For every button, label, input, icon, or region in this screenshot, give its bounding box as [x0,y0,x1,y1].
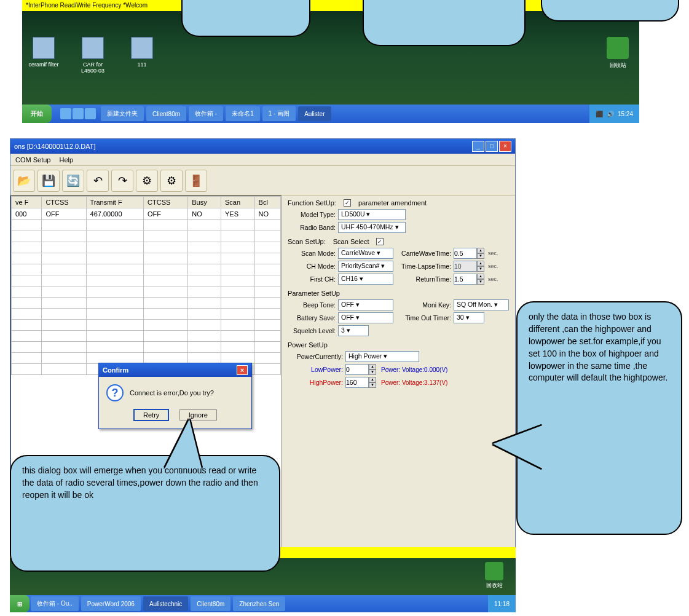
undo-button[interactable]: ↶ [87,170,109,192]
minimize-button[interactable]: _ [472,141,484,152]
taskbar-item[interactable]: 收件箱 - Ou.. [31,596,79,611]
ql-icon[interactable] [60,108,71,119]
system-tray[interactable]: 11:18 [488,595,516,612]
annotation-callout [363,0,526,46]
dialog-close-button[interactable]: × [237,365,248,375]
timeout-timer-select[interactable]: 30 ▾ [454,312,484,323]
file-icon [82,37,104,59]
squelch-level-select[interactable]: 3 ▾ [338,325,369,336]
window-title: ons [D:\1400001\12.0.DAT] [14,143,96,150]
exit-button[interactable]: 🚪 [185,170,207,192]
taskbar-item[interactable]: Client80m [146,106,186,121]
status-left: *InterPhone Read/Write Frequency *Welcom [26,2,148,9]
moni-key-select[interactable]: SQ Off Mon. ▾ [454,299,509,310]
section-title: Scan SetUp: [288,238,326,245]
menu-item[interactable]: COM Setup [15,156,50,164]
battery-save-select[interactable]: OFF ▾ [338,312,393,323]
ql-icon[interactable] [73,108,84,119]
maximize-button[interactable]: □ [486,141,498,152]
taskbar-bottom: ⊞ 收件箱 - Ou.. PowerWord 2006 Aulistechnic… [10,595,516,612]
taskbar-item[interactable]: Zhenzhen Sen [233,596,285,611]
carriewave-time-input[interactable] [454,248,477,259]
return-time-input[interactable] [454,274,477,285]
table-row[interactable]: 000 OFF 467.00000 OFF NO YES NO [12,208,281,220]
param-amend-checkbox[interactable]: ✓ [344,199,351,207]
power-currently-select[interactable]: High Power ▾ [345,351,419,362]
tray-clock: 15:24 [618,111,633,117]
desktop-icon[interactable]: ceramif filter [28,37,59,74]
recycle-bin[interactable]: 回收站 [481,562,507,590]
start-button[interactable]: ⊞ [10,595,30,612]
taskbar-item[interactable]: 未命名1 [226,106,260,121]
save-button[interactable]: 💾 [37,170,60,192]
section-title: Function SetUp: [288,199,336,207]
settings-pane: Function SetUp: ✓ parameter amendment Mo… [282,195,515,586]
col-header[interactable]: CTCSS [144,197,188,208]
spinner[interactable]: ▲▼ [477,274,484,285]
tray-icon[interactable]: 🔊 [607,111,614,117]
close-button[interactable]: × [499,141,511,152]
ql-icon[interactable] [85,108,96,119]
folder-open-icon: 📂 [17,174,31,188]
annotation-callout [541,0,679,22]
spinner[interactable]: ▲▼ [369,377,376,388]
scan-select-label: Scan Select [333,238,369,245]
scan-mode-select[interactable]: CarrieWave ▾ [338,248,393,259]
col-header[interactable]: ve F [12,197,42,208]
ch-mode-select[interactable]: PriorityScan# ▾ [338,261,393,272]
tray-icon[interactable]: ⬛ [596,111,603,117]
dialog-title: Confirm [103,366,128,374]
taskbar-item[interactable]: Client80m [191,596,230,611]
open-button[interactable]: 📂 [13,170,35,192]
lowpower-input[interactable] [345,364,369,375]
question-icon: ? [106,384,124,401]
beep-tone-select[interactable]: OFF ▾ [338,299,393,310]
titlebar[interactable]: ons [D:\1400001\12.0.DAT] _ □ × [10,139,515,154]
timelapse-time-input[interactable] [454,261,477,272]
menu-item[interactable]: Help [59,156,73,164]
spinner[interactable]: ▲▼ [477,248,484,259]
gear-icon: ⚙ [142,174,152,188]
col-header[interactable]: Bcl [254,197,280,208]
taskbar-item[interactable]: PowerWord 2006 [81,596,141,611]
taskbar-item[interactable]: 收件箱 - [189,106,223,121]
desktop-top-fragment: *InterPhone Read/Write Frequency *Welcom… [22,0,639,123]
spinner[interactable]: ▲▼ [477,261,484,272]
recycle-bin[interactable]: 回收站 [602,37,633,69]
retry-button[interactable]: Retry [133,409,169,421]
taskbar-item[interactable]: Aulister [298,106,331,121]
desktop-icon[interactable]: CAR for L4500-03 [77,37,108,74]
recycle-icon [607,37,629,59]
refresh-icon: 🔄 [66,174,80,188]
spinner[interactable]: ▲▼ [369,364,376,375]
desktop-icon[interactable]: 111 [127,37,157,74]
start-button[interactable]: 开始 [22,105,52,123]
col-header[interactable]: Busy [188,197,221,208]
redo-button[interactable]: ↷ [111,170,133,192]
quick-launch[interactable] [57,108,100,119]
system-tray[interactable]: ⬛ 🔊 15:24 [589,105,639,123]
scan-select-checkbox[interactable]: ✓ [376,238,384,245]
desktop-icons: ceramif filter CAR for L4500-03 111 [28,37,157,74]
taskbar-item[interactable]: Aulistechnic [143,596,188,611]
model-type-select[interactable]: LD500U ▾ [338,209,406,220]
first-ch-select[interactable]: CH16 ▾ [338,274,393,285]
taskbar-item[interactable]: 1 - 画图 [262,106,296,121]
radio-band-select[interactable]: UHF 450-470MHz ▾ [338,222,406,233]
gear-icon: ⚙ [167,174,176,188]
settings-button[interactable]: ⚙ [136,170,158,192]
highpower-input[interactable] [345,377,369,388]
col-header[interactable]: CTCSS [42,197,86,208]
col-header[interactable]: Transmit F [86,197,144,208]
annotation-callout-power: only the data in those two box is differ… [516,301,682,535]
refresh-button[interactable]: 🔄 [62,170,84,192]
settings2-button[interactable]: ⚙ [160,170,183,192]
tray-clock: 11:18 [494,601,510,607]
save-icon: 💾 [42,174,55,188]
col-header[interactable]: Scan [221,197,254,208]
dialog-titlebar[interactable]: Confirm × [99,363,251,377]
taskbar-item[interactable]: 新建文件夹 [101,106,144,121]
annotation-callout [181,0,310,37]
highpower-voltage: Power: Voltage:3.137(V) [381,379,447,386]
undo-icon: ↶ [93,174,103,188]
